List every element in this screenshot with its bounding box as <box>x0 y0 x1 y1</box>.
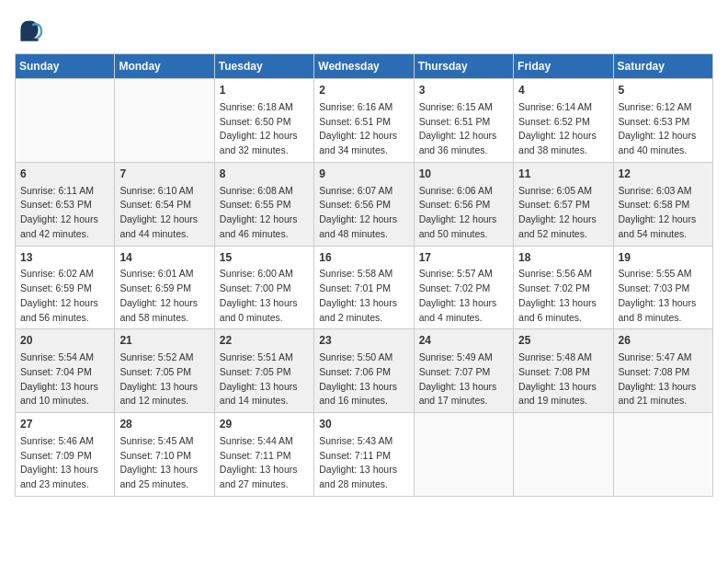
day-info: Sunrise: 5:54 AM Sunset: 7:04 PM Dayligh… <box>20 350 109 408</box>
day-number: 2 <box>319 83 408 98</box>
calendar-cell: 18Sunrise: 5:56 AM Sunset: 7:02 PM Dayli… <box>514 246 613 329</box>
day-info: Sunrise: 6:02 AM Sunset: 6:59 PM Dayligh… <box>20 267 109 325</box>
day-number: 11 <box>518 167 608 182</box>
day-info: Sunrise: 5:55 AM Sunset: 7:03 PM Dayligh… <box>619 267 708 325</box>
weekday-header: Thursday <box>414 54 513 79</box>
calendar-cell: 21Sunrise: 5:52 AM Sunset: 7:05 PM Dayli… <box>115 329 214 413</box>
day-info: Sunrise: 5:43 AM Sunset: 7:11 PM Dayligh… <box>319 434 408 492</box>
calendar-cell: 20Sunrise: 5:54 AM Sunset: 7:04 PM Dayli… <box>16 329 115 413</box>
day-number: 6 <box>20 167 109 182</box>
calendar-cell: 9Sunrise: 6:07 AM Sunset: 6:56 PM Daylig… <box>314 162 414 246</box>
day-info: Sunrise: 5:52 AM Sunset: 7:05 PM Dayligh… <box>119 350 209 408</box>
calendar-cell <box>613 413 712 497</box>
day-number: 13 <box>20 250 109 266</box>
day-number: 17 <box>419 250 508 266</box>
day-info: Sunrise: 6:15 AM Sunset: 6:51 PM Dayligh… <box>419 100 508 158</box>
day-info: Sunrise: 6:16 AM Sunset: 6:51 PM Dayligh… <box>319 100 408 158</box>
day-number: 19 <box>619 250 708 266</box>
day-number: 22 <box>220 333 309 349</box>
logo <box>15 15 48 44</box>
logo-icon <box>15 15 44 44</box>
day-info: Sunrise: 5:45 AM Sunset: 7:10 PM Dayligh… <box>119 434 209 492</box>
day-number: 23 <box>319 333 408 349</box>
calendar-cell: 15Sunrise: 6:00 AM Sunset: 7:00 PM Dayli… <box>214 246 313 329</box>
calendar-cell: 28Sunrise: 5:45 AM Sunset: 7:10 PM Dayli… <box>115 413 214 497</box>
day-number: 28 <box>119 417 209 432</box>
calendar-cell: 24Sunrise: 5:49 AM Sunset: 7:07 PM Dayli… <box>414 329 513 413</box>
calendar-cell: 14Sunrise: 6:01 AM Sunset: 6:59 PM Dayli… <box>115 246 214 329</box>
calendar-week-row: 6Sunrise: 6:11 AM Sunset: 6:53 PM Daylig… <box>16 162 713 246</box>
day-number: 3 <box>419 83 508 98</box>
day-info: Sunrise: 6:05 AM Sunset: 6:57 PM Dayligh… <box>518 184 608 242</box>
calendar-cell: 10Sunrise: 6:06 AM Sunset: 6:56 PM Dayli… <box>414 162 513 246</box>
calendar-cell: 30Sunrise: 5:43 AM Sunset: 7:11 PM Dayli… <box>314 413 414 497</box>
weekday-header: Monday <box>115 54 214 79</box>
calendar-cell: 13Sunrise: 6:02 AM Sunset: 6:59 PM Dayli… <box>16 246 115 329</box>
calendar-cell: 4Sunrise: 6:14 AM Sunset: 6:52 PM Daylig… <box>514 79 613 163</box>
day-number: 27 <box>20 417 109 432</box>
calendar-cell: 12Sunrise: 6:03 AM Sunset: 6:58 PM Dayli… <box>613 162 712 246</box>
day-number: 15 <box>220 250 309 266</box>
calendar-cell <box>115 79 214 163</box>
day-info: Sunrise: 6:03 AM Sunset: 6:58 PM Dayligh… <box>619 184 708 242</box>
calendar-cell: 2Sunrise: 6:16 AM Sunset: 6:51 PM Daylig… <box>314 79 414 163</box>
day-info: Sunrise: 5:46 AM Sunset: 7:09 PM Dayligh… <box>20 434 109 492</box>
calendar-week-row: 27Sunrise: 5:46 AM Sunset: 7:09 PM Dayli… <box>16 413 713 497</box>
weekday-header: Wednesday <box>314 54 414 79</box>
day-number: 5 <box>619 83 708 98</box>
day-number: 30 <box>319 417 408 432</box>
calendar-cell <box>16 79 115 163</box>
day-info: Sunrise: 6:08 AM Sunset: 6:55 PM Dayligh… <box>220 184 309 242</box>
day-info: Sunrise: 6:01 AM Sunset: 6:59 PM Dayligh… <box>119 267 209 325</box>
day-number: 21 <box>119 333 209 349</box>
calendar-cell: 26Sunrise: 5:47 AM Sunset: 7:08 PM Dayli… <box>613 329 712 413</box>
day-info: Sunrise: 6:07 AM Sunset: 6:56 PM Dayligh… <box>319 184 408 242</box>
day-info: Sunrise: 5:57 AM Sunset: 7:02 PM Dayligh… <box>419 267 508 325</box>
day-number: 26 <box>619 333 708 349</box>
calendar-cell: 11Sunrise: 6:05 AM Sunset: 6:57 PM Dayli… <box>514 162 613 246</box>
day-number: 8 <box>220 167 309 182</box>
day-number: 24 <box>419 333 508 349</box>
calendar-cell: 16Sunrise: 5:58 AM Sunset: 7:01 PM Dayli… <box>314 246 414 329</box>
calendar-cell: 27Sunrise: 5:46 AM Sunset: 7:09 PM Dayli… <box>16 413 115 497</box>
day-number: 20 <box>20 333 109 349</box>
calendar-cell: 6Sunrise: 6:11 AM Sunset: 6:53 PM Daylig… <box>16 162 115 246</box>
day-info: Sunrise: 5:58 AM Sunset: 7:01 PM Dayligh… <box>319 267 408 325</box>
calendar-header-row: SundayMondayTuesdayWednesdayThursdayFrid… <box>16 54 713 79</box>
day-number: 14 <box>119 250 209 266</box>
weekday-header: Friday <box>514 54 613 79</box>
day-number: 4 <box>518 83 608 98</box>
day-info: Sunrise: 5:51 AM Sunset: 7:05 PM Dayligh… <box>220 350 309 408</box>
calendar-week-row: 20Sunrise: 5:54 AM Sunset: 7:04 PM Dayli… <box>16 329 713 413</box>
calendar-cell <box>514 413 613 497</box>
calendar-cell: 5Sunrise: 6:12 AM Sunset: 6:53 PM Daylig… <box>613 79 712 163</box>
weekday-header: Tuesday <box>214 54 313 79</box>
calendar-cell: 7Sunrise: 6:10 AM Sunset: 6:54 PM Daylig… <box>115 162 214 246</box>
day-number: 25 <box>518 333 608 349</box>
day-info: Sunrise: 6:14 AM Sunset: 6:52 PM Dayligh… <box>518 100 608 158</box>
day-info: Sunrise: 5:50 AM Sunset: 7:06 PM Dayligh… <box>319 350 408 408</box>
day-info: Sunrise: 5:56 AM Sunset: 7:02 PM Dayligh… <box>518 267 608 325</box>
day-number: 1 <box>220 83 309 98</box>
calendar-cell: 1Sunrise: 6:18 AM Sunset: 6:50 PM Daylig… <box>214 79 313 163</box>
calendar-table: SundayMondayTuesdayWednesdayThursdayFrid… <box>15 53 713 497</box>
calendar-cell: 25Sunrise: 5:48 AM Sunset: 7:08 PM Dayli… <box>514 329 613 413</box>
day-info: Sunrise: 5:49 AM Sunset: 7:07 PM Dayligh… <box>419 350 508 408</box>
day-info: Sunrise: 6:11 AM Sunset: 6:53 PM Dayligh… <box>20 184 109 242</box>
page-header <box>15 15 713 44</box>
weekday-header: Saturday <box>613 54 712 79</box>
calendar-cell: 22Sunrise: 5:51 AM Sunset: 7:05 PM Dayli… <box>214 329 313 413</box>
calendar-cell <box>414 413 513 497</box>
calendar-week-row: 13Sunrise: 6:02 AM Sunset: 6:59 PM Dayli… <box>16 246 713 329</box>
calendar-cell: 19Sunrise: 5:55 AM Sunset: 7:03 PM Dayli… <box>613 246 712 329</box>
day-number: 18 <box>518 250 608 266</box>
day-number: 16 <box>319 250 408 266</box>
calendar-cell: 17Sunrise: 5:57 AM Sunset: 7:02 PM Dayli… <box>414 246 513 329</box>
day-info: Sunrise: 6:10 AM Sunset: 6:54 PM Dayligh… <box>119 184 209 242</box>
calendar-week-row: 1Sunrise: 6:18 AM Sunset: 6:50 PM Daylig… <box>16 79 713 163</box>
day-info: Sunrise: 6:06 AM Sunset: 6:56 PM Dayligh… <box>419 184 508 242</box>
day-info: Sunrise: 6:00 AM Sunset: 7:00 PM Dayligh… <box>220 267 309 325</box>
calendar-cell: 23Sunrise: 5:50 AM Sunset: 7:06 PM Dayli… <box>314 329 414 413</box>
day-info: Sunrise: 5:44 AM Sunset: 7:11 PM Dayligh… <box>220 434 309 492</box>
calendar-cell: 3Sunrise: 6:15 AM Sunset: 6:51 PM Daylig… <box>414 79 513 163</box>
